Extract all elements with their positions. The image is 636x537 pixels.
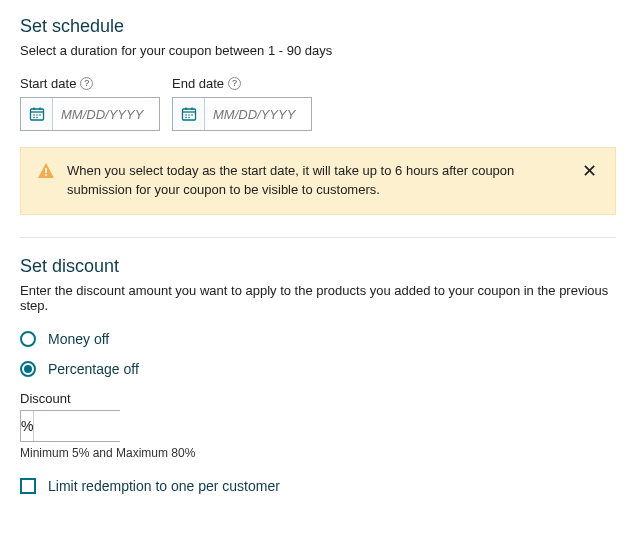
date-row: Start date ? End date xyxy=(20,76,616,131)
start-date-block: Start date ? xyxy=(20,76,160,131)
radio-icon xyxy=(20,361,36,377)
calendar-icon[interactable] xyxy=(21,98,53,130)
schedule-title: Set schedule xyxy=(20,16,616,37)
svg-rect-18 xyxy=(45,168,47,173)
svg-point-4 xyxy=(33,114,35,116)
money-off-label: Money off xyxy=(48,331,109,347)
limit-redemption-option[interactable]: Limit redemption to one per customer xyxy=(20,478,616,494)
end-date-input[interactable] xyxy=(205,98,311,130)
svg-point-13 xyxy=(185,114,187,116)
discount-field-label: Discount xyxy=(20,391,616,406)
checkbox-icon xyxy=(20,478,36,494)
discount-input-group: % xyxy=(20,410,120,442)
help-icon[interactable]: ? xyxy=(80,77,93,90)
start-date-input[interactable] xyxy=(53,98,159,130)
schedule-description: Select a duration for your coupon betwee… xyxy=(20,43,616,58)
warning-icon xyxy=(37,162,55,183)
svg-point-8 xyxy=(36,117,38,119)
discount-description: Enter the discount amount you want to ap… xyxy=(20,283,616,313)
close-icon[interactable]: ✕ xyxy=(580,162,599,180)
svg-point-16 xyxy=(185,117,187,119)
discount-hint: Minimum 5% and Maximum 80% xyxy=(20,446,616,460)
limit-redemption-label: Limit redemption to one per customer xyxy=(48,478,280,494)
start-date-label-text: Start date xyxy=(20,76,76,91)
end-date-label-text: End date xyxy=(172,76,224,91)
svg-point-15 xyxy=(191,114,193,116)
svg-point-5 xyxy=(36,114,38,116)
end-date-label: End date ? xyxy=(172,76,312,91)
svg-point-14 xyxy=(188,114,190,116)
help-icon[interactable]: ? xyxy=(228,77,241,90)
svg-point-6 xyxy=(39,114,41,116)
end-date-field[interactable] xyxy=(172,97,312,131)
alert-message: When you select today as the start date,… xyxy=(67,162,568,200)
end-date-block: End date ? xyxy=(172,76,312,131)
section-divider xyxy=(20,237,616,238)
svg-point-17 xyxy=(188,117,190,119)
calendar-icon[interactable] xyxy=(173,98,205,130)
start-date-field[interactable] xyxy=(20,97,160,131)
percentage-off-label: Percentage off xyxy=(48,361,139,377)
percent-symbol: % xyxy=(21,411,34,441)
discount-title: Set discount xyxy=(20,256,616,277)
radio-icon xyxy=(20,331,36,347)
start-date-label: Start date ? xyxy=(20,76,160,91)
discount-input[interactable] xyxy=(34,411,214,441)
svg-rect-19 xyxy=(45,174,47,176)
svg-point-7 xyxy=(33,117,35,119)
info-alert: When you select today as the start date,… xyxy=(20,147,616,215)
percentage-off-option[interactable]: Percentage off xyxy=(20,361,616,377)
money-off-option[interactable]: Money off xyxy=(20,331,616,347)
